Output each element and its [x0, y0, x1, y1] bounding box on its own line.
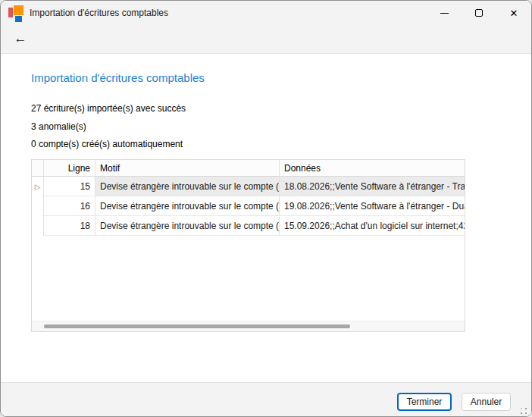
finish-button[interactable]: Terminer: [397, 393, 452, 411]
close-icon: ✕: [510, 8, 518, 18]
close-button[interactable]: ✕: [496, 1, 531, 25]
maximize-icon: [475, 9, 483, 17]
window-chrome: Importation d'écritures comptables ✕ ←: [1, 1, 531, 54]
window-title: Importation d'écritures comptables: [30, 8, 168, 18]
status-imported: 27 écriture(s) importée(s) avec succès: [31, 103, 186, 114]
wizard-window: Importation d'écritures comptables ✕ ← I…: [0, 0, 532, 417]
status-accounts-created: 0 compte(s) créé(s) automatiquement: [31, 139, 183, 149]
cancel-button[interactable]: Annuler: [462, 393, 511, 411]
cell-motif: Devise étrangère introuvable sur le comp…: [95, 216, 280, 236]
app-logo-icon: [8, 5, 24, 21]
nav-row: ←: [1, 25, 531, 54]
grid-row-16[interactable]: 16 Devise étrangère introuvable sur le c…: [32, 196, 465, 216]
grid-header-ligne[interactable]: Ligne: [44, 160, 95, 176]
back-button[interactable]: ←: [9, 27, 32, 50]
grid-hscrollbar[interactable]: [32, 321, 465, 331]
grid-header-selector: [32, 160, 44, 176]
cell-motif: Devise étrangère introuvable sur le comp…: [95, 196, 280, 216]
row-selector-cell: [32, 216, 44, 236]
titlebar: Importation d'écritures comptables ✕: [1, 1, 531, 25]
grid-row-15[interactable]: ▷ 15 Devise étrangère introuvable sur le…: [32, 177, 465, 196]
grid-empty-area: [32, 237, 465, 321]
grid-header-motif[interactable]: Motif: [95, 160, 280, 176]
cell-ligne: 18: [44, 216, 95, 236]
page-title: Importation d'écritures comptables: [31, 71, 205, 84]
anomalies-grid: Ligne Motif Données ▷ 15 Devise étrangèr…: [31, 159, 465, 332]
current-row-indicator-icon: ▷: [32, 177, 44, 196]
minimize-icon: [440, 13, 449, 14]
maximize-button[interactable]: [462, 1, 496, 25]
footer-bar: Terminer Annuler: [1, 382, 531, 417]
cell-donnees: 15.09.2026;;Achat d'un logiciel sur inte…: [280, 216, 465, 236]
cell-donnees: 19.08.2026;;Vente Software à l'étranger …: [280, 196, 465, 216]
row-selector-cell: [32, 196, 44, 216]
cell-donnees: 18.08.2026;;Vente Software à l'étranger …: [280, 177, 465, 196]
cell-motif: Devise étrangère introuvable sur le comp…: [95, 177, 280, 196]
cell-ligne: 16: [44, 196, 95, 216]
status-anomalies: 3 anomalie(s): [31, 121, 86, 132]
grid-row-18[interactable]: 18 Devise étrangère introuvable sur le c…: [32, 216, 465, 236]
cell-ligne: 15: [44, 177, 95, 196]
wizard-content: Importation d'écritures comptables 27 éc…: [1, 55, 531, 382]
grid-header-row: Ligne Motif Données: [32, 160, 465, 177]
back-arrow-icon: ←: [14, 31, 27, 46]
minimize-button[interactable]: [427, 1, 462, 25]
grid-hscrollbar-thumb[interactable]: [44, 325, 350, 328]
resize-grip[interactable]: [525, 412, 527, 414]
grid-header-donnees[interactable]: Données: [280, 160, 465, 176]
